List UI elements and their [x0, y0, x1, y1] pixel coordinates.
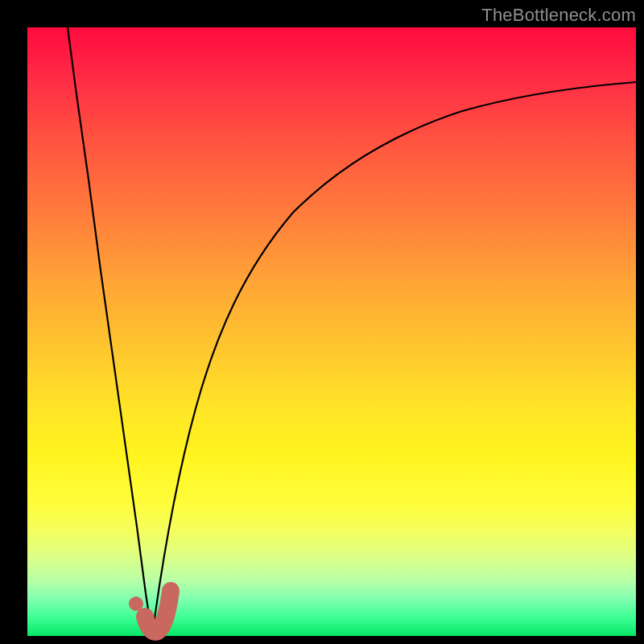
- outer-frame: TheBottleneck.com: [0, 0, 644, 644]
- left-branch: [68, 27, 152, 636]
- right-branch: [152, 82, 636, 636]
- curve-layer: [27, 27, 636, 636]
- watermark-text: TheBottleneck.com: [481, 5, 636, 26]
- gradient-plot-area: [27, 27, 636, 636]
- accent-dot: [129, 597, 143, 611]
